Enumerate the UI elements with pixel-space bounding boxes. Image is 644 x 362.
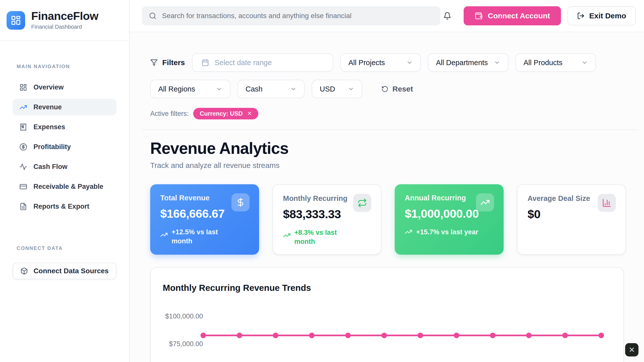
metric-trend: +15.7% vs last year <box>405 228 494 237</box>
monthly-recurring-card: Monthly Recurring $83,333.33 +8.3% vs la… <box>272 184 381 255</box>
chevron-down-icon <box>216 86 222 92</box>
trending-up-icon <box>19 103 27 111</box>
filters-row-2: All Regions Cash USD Reset <box>150 80 637 98</box>
currency-filter-badge[interactable]: Currency: USD ✕ <box>193 108 258 119</box>
chevron-down-icon <box>581 59 588 66</box>
filters-section: Filters Select date range All Projects A… <box>142 32 637 130</box>
mrr-line-plot <box>151 268 624 362</box>
metric-cards: Total Revenue $166,666.67 +12.5% vs last… <box>142 170 637 255</box>
close-icon: ✕ <box>629 345 635 354</box>
main-navigation-header: MAIN NAVIGATION <box>0 64 129 69</box>
projects-dropdown[interactable]: All Projects <box>340 53 421 72</box>
page-subtitle: Track and analyze all revenue streams <box>150 161 637 170</box>
exit-demo-button[interactable]: Exit Demo <box>568 6 636 25</box>
connect-account-label: Connect Account <box>488 12 550 20</box>
main-content: Filters Select date range All Projects A… <box>130 32 644 362</box>
filters-title: Filters <box>150 58 185 67</box>
file-text-icon <box>19 203 27 210</box>
rotate-ccw-icon <box>381 85 388 93</box>
currency-dropdown[interactable]: USD <box>312 80 362 98</box>
metric-trend: +12.5% vs last month <box>160 228 249 246</box>
trending-up-icon <box>476 193 494 211</box>
grid-icon <box>19 83 27 91</box>
sidebar-item-revenue[interactable]: Revenue <box>13 99 116 115</box>
bar-chart-icon <box>598 194 616 212</box>
chevron-down-icon <box>406 59 413 66</box>
sidebar-item-reports-export[interactable]: Reports & Export <box>13 198 116 215</box>
sidebar-item-label: Profitability <box>33 143 71 151</box>
dollar-icon <box>231 193 250 211</box>
metric-trend: +8.3% vs last month <box>283 228 371 246</box>
page-title: Revenue Analytics <box>150 139 637 158</box>
app-logo-icon <box>7 11 25 30</box>
departments-dropdown[interactable]: All Departments <box>428 53 508 72</box>
credit-card-icon <box>19 183 27 191</box>
trending-up-icon <box>405 228 412 236</box>
filter-icon <box>150 59 158 66</box>
floating-close-button[interactable]: ✕ <box>625 343 638 356</box>
sidebar-item-label: Cash Flow <box>33 163 67 171</box>
products-dropdown[interactable]: All Products <box>515 53 596 72</box>
sidebar-item-label: Revenue <box>33 103 62 111</box>
sidebar-item-label: Receivable & Payable <box>33 183 103 191</box>
sidebar-item-cash-flow[interactable]: Cash Flow <box>13 158 116 175</box>
chevron-down-icon <box>290 86 297 92</box>
connect-data-sources-button[interactable]: Connect Data Sources <box>13 263 116 279</box>
sidebar-header: FinanceFlow Financial Dashboard <box>0 0 129 41</box>
mrr-trends-chart-card: Monthly Recurring Revenue Trends $100,00… <box>150 267 624 362</box>
trending-up-icon <box>160 231 168 239</box>
search-input[interactable] <box>162 12 433 20</box>
active-filters-label: Active filters: <box>150 110 189 118</box>
sidebar-item-overview[interactable]: Overview <box>13 79 116 96</box>
chevron-down-icon <box>348 86 354 92</box>
activity-icon <box>19 163 27 171</box>
filters-row-1: Filters Select date range All Projects A… <box>150 53 637 72</box>
accounting-basis-dropdown[interactable]: Cash <box>237 80 305 98</box>
total-revenue-card: Total Revenue $166,666.67 +12.5% vs last… <box>150 184 259 255</box>
annual-recurring-card: Annual Recurring $1,000,000.00 +15.7% vs… <box>395 184 504 255</box>
app-titles: FinanceFlow Financial Dashboard <box>31 10 98 30</box>
exit-demo-label: Exit Demo <box>589 12 626 20</box>
average-deal-size-card: Average Deal Size $0 <box>517 184 626 255</box>
topbar: Connect Account Exit Demo <box>130 0 644 32</box>
reset-filters-button[interactable]: Reset <box>381 85 413 93</box>
connect-data-header: CONNECT DATA <box>0 245 129 251</box>
repeat-icon <box>353 194 371 212</box>
active-filters-row: Active filters: Currency: USD ✕ <box>150 108 637 119</box>
sidebar-item-label: Reports & Export <box>33 203 89 210</box>
page-header: Revenue Analytics Track and analyze all … <box>142 130 637 170</box>
sidebar-item-label: Expenses <box>33 123 65 131</box>
notifications-button[interactable] <box>443 12 451 20</box>
connect-account-button[interactable]: Connect Account <box>464 6 561 25</box>
connect-data-sources-label: Connect Data Sources <box>33 267 109 275</box>
receipt-icon <box>19 123 27 131</box>
main-navigation: Overview Revenue Expenses Profitability … <box>0 79 129 215</box>
chevron-down-icon <box>494 59 500 66</box>
box-icon <box>20 267 28 275</box>
app-name: FinanceFlow <box>31 10 98 22</box>
app-tagline: Financial Dashboard <box>31 24 98 30</box>
bell-icon <box>443 12 451 20</box>
sidebar-item-profitability[interactable]: Profitability <box>13 139 116 155</box>
search-icon <box>149 12 156 20</box>
wallet-icon <box>475 12 483 20</box>
badge-close-icon[interactable]: ✕ <box>247 110 252 117</box>
search-bar <box>142 6 440 25</box>
sidebar-item-receivable-payable[interactable]: Receivable & Payable <box>13 178 116 195</box>
trending-up-icon <box>283 232 291 239</box>
sidebar-item-label: Overview <box>33 83 64 91</box>
sidebar: FinanceFlow Financial Dashboard MAIN NAV… <box>0 0 130 362</box>
dollar-circle-icon <box>19 143 27 151</box>
date-range-placeholder: Select date range <box>215 59 272 67</box>
main-column: Connect Account Exit Demo Filters Select… <box>130 0 644 362</box>
date-range-input[interactable]: Select date range <box>192 53 333 72</box>
log-out-icon <box>577 12 585 20</box>
calendar-icon <box>202 59 209 66</box>
sidebar-item-expenses[interactable]: Expenses <box>13 119 116 135</box>
regions-dropdown[interactable]: All Regions <box>150 80 230 98</box>
